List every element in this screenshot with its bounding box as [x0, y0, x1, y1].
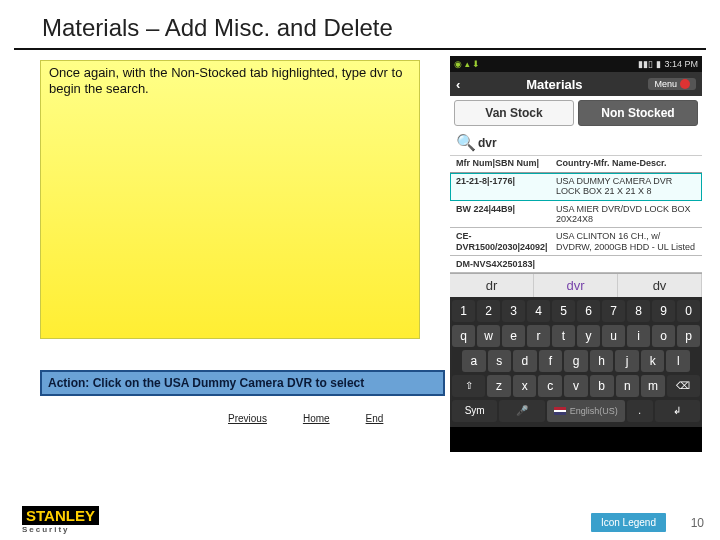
key[interactable]: x	[513, 375, 537, 397]
search-input[interactable]	[476, 135, 696, 151]
key[interactable]: 3	[502, 300, 525, 322]
brand-sub: Security	[22, 525, 99, 534]
key[interactable]: c	[538, 375, 562, 397]
content-area: Once again, with the Non-Stocked tab hig…	[0, 50, 720, 460]
brand-name: STANLEY	[22, 506, 99, 525]
key[interactable]: y	[577, 325, 600, 347]
key[interactable]: j	[615, 350, 639, 372]
key-shift[interactable]: ⇧	[452, 375, 485, 397]
key[interactable]: a	[462, 350, 486, 372]
row-desc: USA MIER DVR/DVD LOCK BOX 20X24X8	[556, 204, 696, 225]
app-title: Materials	[526, 77, 582, 92]
key[interactable]: t	[552, 325, 575, 347]
key[interactable]: 6	[577, 300, 600, 322]
key[interactable]: h	[590, 350, 614, 372]
key[interactable]: k	[641, 350, 665, 372]
key-row-3: ⇧ zxcvbnm ⌫	[452, 375, 700, 397]
key[interactable]: 5	[552, 300, 575, 322]
slide-nav: Previous Home End	[228, 413, 383, 424]
table-row[interactable]: CE-DVR1500/2030|24092| USA CLINTON 16 CH…	[450, 228, 702, 256]
key[interactable]: s	[488, 350, 512, 372]
instruction-note: Once again, with the Non-Stocked tab hig…	[40, 60, 420, 339]
key[interactable]: v	[564, 375, 588, 397]
table-row[interactable]: DM-NVS4X250183|	[450, 256, 702, 273]
menu-label: Menu	[654, 79, 677, 89]
row-desc: USA DUMMY CAMERA DVR LOCK BOX 21 X 21 X …	[556, 176, 696, 197]
row-num: DM-NVS4X250183|	[456, 259, 556, 269]
battery-icon: ▮	[656, 59, 661, 69]
key[interactable]: o	[652, 325, 675, 347]
key[interactable]: 9	[652, 300, 675, 322]
key-row-nums: 1234567890	[452, 300, 700, 322]
tab-non-stocked[interactable]: Non Stocked	[578, 100, 698, 126]
icon-legend-button[interactable]: Icon Legend	[591, 513, 666, 532]
key[interactable]: 8	[627, 300, 650, 322]
app-titlebar: ‹ Materials Menu	[450, 72, 702, 96]
key[interactable]: p	[677, 325, 700, 347]
key[interactable]: 1	[452, 300, 475, 322]
keyboard-suggestions: dr dvr dv	[450, 273, 702, 297]
flag-icon	[554, 407, 566, 415]
tab-van-stock[interactable]: Van Stock	[454, 100, 574, 126]
status-time: 3:14 PM	[664, 59, 698, 69]
key[interactable]: b	[590, 375, 614, 397]
key[interactable]: l	[666, 350, 690, 372]
search-icon: 🔍	[456, 133, 472, 152]
suggestion[interactable]: dvr	[534, 274, 618, 297]
status-bar: ◉ ▴ ⬇ ▮▮▯▮3:14 PM	[450, 56, 702, 72]
nav-home[interactable]: Home	[303, 413, 330, 424]
key[interactable]: r	[527, 325, 550, 347]
space-label: English(US)	[570, 400, 618, 422]
key[interactable]: 4	[527, 300, 550, 322]
suggestion[interactable]: dv	[618, 274, 702, 297]
table-row[interactable]: 21-21-8|-1776| USA DUMMY CAMERA DVR LOCK…	[450, 173, 702, 201]
page-number: 10	[691, 516, 704, 530]
row-desc	[556, 259, 696, 269]
key-backspace[interactable]: ⌫	[667, 375, 700, 397]
list-header-left: Mfr Num|SBN Num|	[456, 158, 556, 168]
key[interactable]: 0	[677, 300, 700, 322]
row-num: CE-DVR1500/2030|24092|	[456, 231, 556, 252]
key[interactable]: u	[602, 325, 625, 347]
key[interactable]: q	[452, 325, 475, 347]
key-row-4: Sym 🎤 English(US) . ↲	[452, 400, 700, 422]
key[interactable]: n	[616, 375, 640, 397]
key-period[interactable]: .	[627, 400, 653, 422]
key[interactable]: w	[477, 325, 500, 347]
key-row-2: asdfghjkl	[452, 350, 700, 372]
key[interactable]: z	[487, 375, 511, 397]
key-mic[interactable]: 🎤	[499, 400, 544, 422]
close-icon[interactable]	[680, 79, 690, 89]
row-desc: USA CLINTON 16 CH., w/ DVDRW, 2000GB HDD…	[556, 231, 696, 252]
phone-mock: ◉ ▴ ⬇ ▮▮▯▮3:14 PM ‹ Materials Menu Van S…	[450, 56, 702, 452]
row-num: 21-21-8|-1776|	[456, 176, 556, 197]
key-enter[interactable]: ↲	[655, 400, 700, 422]
key[interactable]: m	[641, 375, 665, 397]
key-row-1: qwertyuiop	[452, 325, 700, 347]
key[interactable]: 7	[602, 300, 625, 322]
table-row[interactable]: BW 224|44B9| USA MIER DVR/DVD LOCK BOX 2…	[450, 201, 702, 229]
suggestion[interactable]: dr	[450, 274, 534, 297]
key[interactable]: e	[502, 325, 525, 347]
key[interactable]: i	[627, 325, 650, 347]
on-screen-keyboard: 1234567890 qwertyuiop asdfghjkl ⇧ zxcvbn…	[450, 297, 702, 427]
back-icon[interactable]: ‹	[456, 77, 460, 92]
brand-logo: STANLEY Security	[22, 507, 99, 534]
key[interactable]: 2	[477, 300, 500, 322]
key[interactable]: g	[564, 350, 588, 372]
signal-icon: ▮▮▯	[638, 59, 653, 69]
nav-end[interactable]: End	[366, 413, 384, 424]
key-space[interactable]: English(US)	[547, 400, 625, 422]
list-header-right: Country-Mfr. Name-Descr.	[556, 158, 696, 168]
key-sym[interactable]: Sym	[452, 400, 497, 422]
page-title: Materials – Add Misc. and Delete	[14, 0, 706, 50]
row-num: BW 224|44B9|	[456, 204, 556, 225]
search-bar: 🔍	[450, 130, 702, 156]
key[interactable]: d	[513, 350, 537, 372]
key[interactable]: f	[539, 350, 563, 372]
list-header: Mfr Num|SBN Num| Country-Mfr. Name-Descr…	[450, 156, 702, 173]
status-icons-left: ◉ ▴ ⬇	[454, 59, 480, 69]
menu-button[interactable]: Menu	[648, 78, 696, 90]
footer: STANLEY Security Icon Legend 10	[0, 510, 720, 540]
nav-previous[interactable]: Previous	[228, 413, 267, 424]
